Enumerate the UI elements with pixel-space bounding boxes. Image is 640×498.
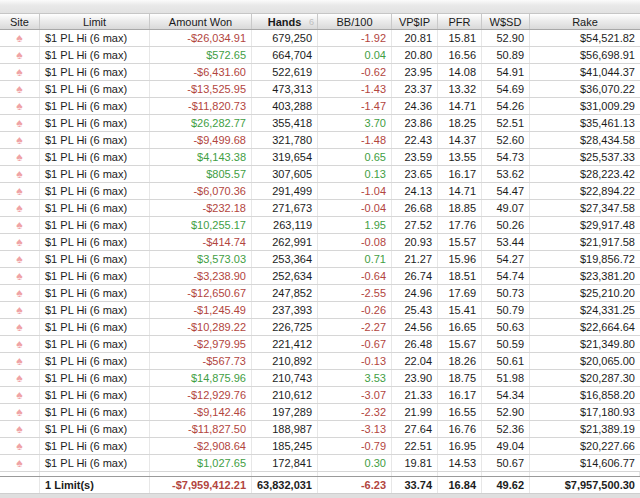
cell-wsd: 50.26	[482, 217, 530, 233]
table-row[interactable]: ♠ $1 PL Hi (6 max) -$414.74 262,991 -0.0…	[0, 234, 640, 251]
column-header-rake[interactable]: Rake	[530, 14, 640, 29]
cell-hands: 291,499	[252, 183, 318, 199]
table-row[interactable]: ♠ $1 PL Hi (6 max) -$232.18 271,673 -0.0…	[0, 200, 640, 217]
cell-site: ♠	[0, 115, 40, 131]
cell-site: ♠	[0, 404, 40, 420]
column-header-wsd[interactable]: W$SD	[482, 14, 530, 29]
table-row[interactable]: ♠ $1 PL Hi (6 max) $805.57 307,605 0.13 …	[0, 166, 640, 183]
cell-bb100: -3.13	[318, 421, 392, 437]
cell-vpip: 24.56	[392, 319, 438, 335]
table-row[interactable]: ♠ $1 PL Hi (6 max) -$6,070.36 291,499 -1…	[0, 183, 640, 200]
table-row[interactable]: ♠ $1 PL Hi (6 max) -$1,245.49 237,393 -0…	[0, 302, 640, 319]
cell-bb100: -0.26	[318, 302, 392, 318]
cell-hands: 252,634	[252, 268, 318, 284]
cell-rake: $35,461.13	[530, 115, 640, 131]
table-row[interactable]: ♠ $1 PL Hi (6 max) $3,573.03 253,364 0.7…	[0, 251, 640, 268]
table-row[interactable]: ♠ $1 PL Hi (6 max) -$10,289.22 226,725 -…	[0, 319, 640, 336]
cell-pfr: 18.75	[438, 370, 482, 386]
cell-limit: $1 PL Hi (6 max)	[40, 81, 150, 97]
cell-vpip: 20.80	[392, 47, 438, 63]
cell-amount-won: -$26,034.91	[150, 30, 252, 46]
table-row[interactable]: ♠ $1 PL Hi (6 max) -$12,650.67 247,852 -…	[0, 285, 640, 302]
cell-site: ♠	[0, 455, 40, 471]
cell-hands: 355,418	[252, 115, 318, 131]
pokerstars-spade-icon: ♠	[16, 219, 22, 231]
cell-amount-won: $10,255.17	[150, 217, 252, 233]
pokerstars-spade-icon: ♠	[16, 475, 22, 477]
cell-rake: $25,537.33	[530, 149, 640, 165]
cell-amount-won: -$1,245.49	[150, 302, 252, 318]
cell-limit: $1 PL Hi (6 max)	[40, 404, 150, 420]
cell-limit: $1 PL Hi (6 max)	[40, 234, 150, 250]
column-header-pfr[interactable]: PFR	[438, 14, 482, 29]
cell-wsd: 52.60	[482, 132, 530, 148]
table-row[interactable]: ♠ $1 PL Hi (6 max) -$12,929.76 210,612 -…	[0, 387, 640, 404]
table-row[interactable]: ♠ $1 PL Hi (6 max) $10,255.17 263,119 1.…	[0, 217, 640, 234]
table-row[interactable]: ♠ $1 PL Hi (6 max) $572.65 664,704 0.04 …	[0, 47, 640, 64]
pokerstars-spade-icon: ♠	[16, 457, 22, 469]
pokerstars-spade-icon: ♠	[16, 406, 22, 418]
cell-rake: $24,331.25	[530, 302, 640, 318]
cell-pfr: 15.41	[438, 302, 482, 318]
cell-rake: $14,606.77	[530, 455, 640, 471]
cell-rake: $22,894.22	[530, 183, 640, 199]
table-row[interactable]: ♠ $1 PL Hi (6 max) $1,027.65 172,841 0.3…	[0, 455, 640, 472]
table-row[interactable]: ♠ $1 PL Hi (6 max) -$9,142.46 197,289 -2…	[0, 404, 640, 421]
table-row[interactable]: ♠ $1 PL Hi (6 max) -$2,979.95 221,412 -0…	[0, 336, 640, 353]
pokerstars-spade-icon: ♠	[16, 389, 22, 401]
total-pfr: 16.84	[438, 477, 482, 493]
cell-amount-won: -$9,142.46	[150, 404, 252, 420]
cell-hands: 307,605	[252, 166, 318, 182]
cell-rake: $21,917.58	[530, 234, 640, 250]
cell-wsd: 50.59	[482, 336, 530, 352]
cell-site: ♠	[0, 268, 40, 284]
table-row[interactable]: ♠ $1 PL Hi (6 max) -$6,431.60 522,619 -0…	[0, 64, 640, 81]
cell-site: ♠	[0, 234, 40, 250]
cell-pfr: 13.32	[438, 81, 482, 97]
cell-rake: $17,180.93	[530, 404, 640, 420]
column-header-label: PFR	[449, 16, 471, 28]
cell-limit: $1 PL Hi (6 max)	[40, 285, 150, 301]
column-header-label: Amount Won	[169, 16, 232, 28]
cell-bb100: 0.65	[318, 149, 392, 165]
pokerstars-spade-icon: ♠	[16, 440, 22, 452]
cell-limit: $1 PL Hi (6 max)	[40, 30, 150, 46]
cell-wsd: 50.89	[482, 47, 530, 63]
cell-amount-won: -$11,827.50	[150, 421, 252, 437]
cell-limit: $1 PL Hi (6 max)	[40, 251, 150, 267]
cell-wsd: 51.98	[482, 370, 530, 386]
cell-hands: 226,725	[252, 319, 318, 335]
cell-vpip: 26.68	[392, 200, 438, 216]
table-row[interactable]: ♠ $1 PL Hi (6 max) -$9,499.68 321,780 -1…	[0, 132, 640, 149]
table-row[interactable]: ♠ $1 PL Hi (6 max) $4,143.38 319,654 0.6…	[0, 149, 640, 166]
table-row[interactable]: ♠ $1 PL Hi (6 max) $26,282.77 355,418 3.…	[0, 115, 640, 132]
toolbar-strip	[0, 0, 640, 13]
table-row[interactable]: ♠ $1 PL Hi (6 max) -$2,908.64 185,245 -0…	[0, 438, 640, 455]
column-header-vpip[interactable]: VP$IP	[392, 14, 438, 29]
column-header-bb100[interactable]: BB/100	[318, 14, 392, 29]
total-amount-won: -$7,959,412.21	[150, 477, 252, 493]
column-header-site[interactable]: Site	[0, 14, 40, 29]
cell-site: ♠	[0, 47, 40, 63]
column-header-label: Site	[10, 16, 29, 28]
clipped-next-row[interactable]: ♠	[0, 472, 640, 476]
table-row[interactable]: ♠ $1 PL Hi (6 max) -$3,238.90 252,634 -0…	[0, 268, 640, 285]
column-header-limit[interactable]: Limit	[40, 14, 150, 29]
table-row[interactable]: ♠ $1 PL Hi (6 max) $14,875.96 210,743 3.…	[0, 370, 640, 387]
cell-site: ♠	[0, 302, 40, 318]
cell-vpip: 24.13	[392, 183, 438, 199]
column-header-hands[interactable]: Hands 6	[252, 14, 318, 29]
table-row[interactable]: ♠ $1 PL Hi (6 max) -$11,827.50 188,987 -…	[0, 421, 640, 438]
cell-pfr: 16.17	[438, 387, 482, 403]
column-header-amount-won[interactable]: Amount Won	[150, 14, 252, 29]
table-row[interactable]: ♠ $1 PL Hi (6 max) -$13,525.95 473,313 -…	[0, 81, 640, 98]
total-bb100: -6.23	[318, 477, 392, 493]
table-row[interactable]: ♠ $1 PL Hi (6 max) -$567.73 210,892 -0.1…	[0, 353, 640, 370]
table-row[interactable]: ♠ $1 PL Hi (6 max) -$26,034.91 679,250 -…	[0, 30, 640, 47]
cell-site: ♠	[0, 64, 40, 80]
cell-site: ♠	[0, 132, 40, 148]
cell-amount-won: -$11,820.73	[150, 98, 252, 114]
table-row[interactable]: ♠ $1 PL Hi (6 max) -$11,820.73 403,288 -…	[0, 98, 640, 115]
cell-pfr: 14.08	[438, 64, 482, 80]
cell-amount-won: $1,027.65	[150, 455, 252, 471]
